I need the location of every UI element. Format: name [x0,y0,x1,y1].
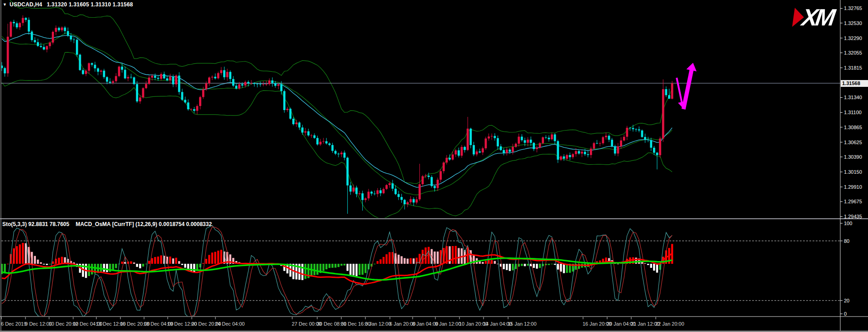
price-axis-label: 1.30865 [844,125,862,130]
price-axis-label: 1.29910 [844,184,862,190]
time-axis-label: 9 Dec 12:00 [25,321,52,327]
symbol-dropdown-icon[interactable]: ▼ [3,2,7,7]
time-axis-label: 6 Jan 20:00 [389,321,416,327]
stochastic-label: Sto(5,3,3) 92.8831 78.7605 [2,221,69,227]
price-axis-label: 1.30625 [844,140,862,145]
price-axis-label: 1.32055 [844,50,862,55]
indicator-axis-label: 80 [844,238,849,244]
price-axis-label: 1.32530 [844,20,862,26]
time-axis-label: 22 Jan 20:00 [655,321,684,327]
xm-logo-text: XM [800,5,834,29]
price-axis-label: 1.31100 [844,110,862,115]
time-axis-label: 9 Jan 12:00 [435,321,461,327]
price-axis-label: 1.30390 [844,154,862,160]
symbol-timeframe-label: USDCAD,H4 [10,1,42,8]
price-axis-label: 1.32765 [844,5,862,11]
chart-canvas[interactable]: 1.327651.325301.322901.320551.318151.313… [0,0,868,332]
time-axis-label: 24 Dec 04:00 [215,321,244,327]
indicator-axis-label: 20 [844,298,849,303]
time-axis-label: 6 Dec 2019 [1,321,26,327]
indicator-axis-label: 0 [844,311,847,317]
indicator-axis-label: 100 [844,221,852,226]
time-axis-label: 8 Jan 04:00 [412,321,439,327]
price-axis-label: 1.30150 [844,169,862,175]
price-axis-label: 1.31815 [844,65,862,70]
price-axis-label: 1.29435 [844,214,862,219]
macd-osma-label: MACD_OsMA [CurrTF] (12,26,9) 0.0018754 0… [75,221,212,227]
xm-logo: XM [792,5,835,30]
current-price-tag: 1.31568 [841,80,868,87]
indicator-label: Sto(5,3,3) 92.8831 78.7605MACD_OsMA [Cur… [2,221,212,227]
time-axis-label: 3 Jan 12:00 [365,321,391,327]
price-axis-label: 1.32290 [844,35,862,41]
trading-chart-window: 1.327651.325301.322901.320551.318151.313… [0,0,868,332]
time-axis-label: 15 Jan 12:00 [508,321,537,327]
price-axis-label: 1.31340 [844,95,862,100]
chart-title: ▼USDCAD,H41.31320 1.31605 1.31310 1.3156… [3,1,133,8]
ohlc-values: 1.31320 1.31605 1.31310 1.31568 [47,1,133,8]
price-axis-label: 1.29675 [844,199,862,204]
